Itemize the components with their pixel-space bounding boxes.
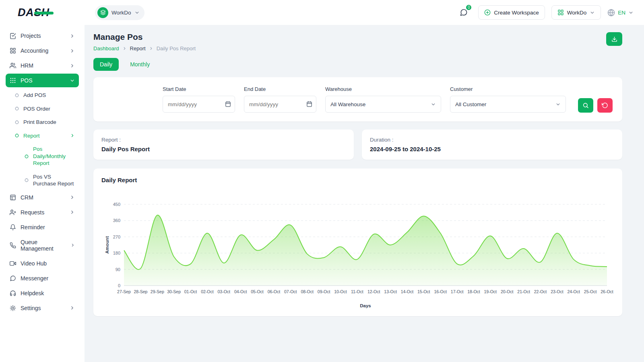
top-header: DASH WorkDo 0 Create Workspace WorkDo EN <box>0 0 644 25</box>
bullet-circle-icon <box>14 133 19 138</box>
pos-icon <box>10 77 16 84</box>
sidebar-item-label: Reminder <box>21 224 45 230</box>
sidebar-item-crm[interactable]: CRM <box>6 191 79 204</box>
end-date-field: End Date <box>244 86 316 113</box>
workspace-switcher[interactable]: WorkDo <box>95 5 144 20</box>
duration-summary-card: Duration : 2024-09-25 to 2024-10-25 <box>362 130 622 160</box>
start-date-label: Start Date <box>163 86 235 92</box>
reset-filter-button[interactable] <box>597 98 613 113</box>
svg-text:29-Sep: 29-Sep <box>151 289 164 294</box>
daily-report-chart: 09018027036045027-Sep28-Sep29-Sep30-Sep0… <box>101 198 614 311</box>
sidebar-item-video-hub[interactable]: Video Hub <box>6 257 79 270</box>
header-actions: 0 Create Workspace WorkDo EN <box>456 4 634 21</box>
sidebar-item-label: Pos VS Purchase Report <box>33 173 75 187</box>
breadcrumb-dashboard[interactable]: Dashboard <box>93 45 119 51</box>
sidebar-item-pos-daily-monthly-report[interactable]: Pos Daily/Monthly Report <box>20 142 79 170</box>
projects-icon <box>10 33 16 39</box>
bullet-circle-icon <box>14 106 19 111</box>
start-date-input[interactable] <box>163 96 235 113</box>
daily-report-card: Daily Report 09018027036045027-Sep28-Sep… <box>93 169 622 316</box>
duration-label: Duration : <box>370 137 614 143</box>
svg-text:Days: Days <box>360 303 371 308</box>
report-period-tabs: Daily Monthly <box>93 58 622 71</box>
warehouse-select[interactable]: All Warehouse <box>325 96 441 113</box>
search-button[interactable] <box>578 98 593 113</box>
breadcrumb-current: Daily Pos Report <box>157 45 196 51</box>
sidebar-item-hrm[interactable]: HRM <box>6 59 79 72</box>
sidebar-item-queue-management[interactable]: Queue Management <box>6 235 79 255</box>
video-hub-icon <box>10 260 16 267</box>
sidebar-item-requests[interactable]: Requests <box>6 206 79 219</box>
svg-text:03-Oct: 03-Oct <box>218 289 231 294</box>
chevron-right-icon <box>70 33 75 39</box>
svg-text:07-Oct: 07-Oct <box>284 289 297 294</box>
report-submenu: Pos Daily/Monthly Report Pos VS Purchase… <box>10 142 79 191</box>
pos-submenu: Add POS POS Order Print Barcode Report P… <box>6 88 79 191</box>
sidebar-item-settings[interactable]: Settings <box>6 301 79 315</box>
sidebar-item-helpdesk[interactable]: Helpdesk <box>6 286 79 300</box>
breadcrumb-report[interactable]: Report <box>130 45 146 51</box>
requests-icon <box>10 209 16 216</box>
sidebar-item-label: Projects <box>21 33 41 39</box>
hrm-icon <box>10 62 16 69</box>
report-summary-card: Report : Daily Pos Report <box>93 130 354 160</box>
sidebar-item-label: Queue Management <box>21 239 66 252</box>
tab-monthly[interactable]: Monthly <box>124 58 156 71</box>
sidebar-item-pos[interactable]: POS <box>6 74 79 87</box>
sidebar-item-add-pos[interactable]: Add POS <box>10 88 79 102</box>
language-selector[interactable]: EN <box>607 9 634 16</box>
sidebar-item-projects[interactable]: Projects <box>6 29 79 43</box>
page-header: Manage Pos Dashboard Report Daily Pos Re… <box>93 32 622 51</box>
chevron-right-icon <box>70 243 75 248</box>
warehouse-selected-value: All Warehouse <box>330 101 365 107</box>
settings-gear-icon <box>10 305 16 311</box>
chevron-right-icon <box>70 305 75 311</box>
account-menu-button[interactable]: WorkDo <box>551 5 601 20</box>
svg-text:Amount: Amount <box>105 236 109 254</box>
calendar-icon <box>306 101 312 107</box>
svg-text:05-Oct: 05-Oct <box>251 289 264 294</box>
bullet-circle-icon <box>24 178 29 183</box>
layers-icon <box>100 10 106 15</box>
svg-text:19-Oct: 19-Oct <box>484 289 497 294</box>
chevron-down-icon <box>590 10 595 15</box>
queue-management-icon <box>10 242 16 249</box>
sidebar: Projects Accounting HRM POS Add POS P <box>0 25 85 362</box>
sidebar-item-pos-vs-purchase-report[interactable]: Pos VS Purchase Report <box>20 170 79 191</box>
svg-text:12-Oct: 12-Oct <box>367 289 380 294</box>
chevron-down-icon <box>70 78 75 83</box>
sidebar-item-report[interactable]: Report <box>10 129 79 143</box>
dash-logo[interactable]: DASH <box>18 6 50 19</box>
calendar-icon <box>225 101 231 107</box>
tab-daily[interactable]: Daily <box>93 58 119 71</box>
messages-badge: 0 <box>465 4 472 11</box>
bullet-circle-icon <box>14 93 19 98</box>
sidebar-item-label: Report <box>23 132 40 140</box>
sidebar-item-reminder[interactable]: Reminder <box>6 220 79 234</box>
sidebar-item-print-barcode[interactable]: Print Barcode <box>10 115 79 129</box>
svg-text:90: 90 <box>116 267 120 272</box>
svg-text:28-Sep: 28-Sep <box>134 289 147 294</box>
svg-text:27-Sep: 27-Sep <box>117 289 131 294</box>
sidebar-item-label: Requests <box>21 209 44 216</box>
svg-text:22-Oct: 22-Oct <box>534 289 547 294</box>
sidebar-item-messenger[interactable]: Messenger <box>6 272 79 285</box>
sidebar-item-label: CRM <box>21 194 33 201</box>
customer-select[interactable]: All Customer <box>450 96 566 113</box>
end-date-input[interactable] <box>244 96 316 113</box>
chevron-down-icon <box>134 10 140 15</box>
chevron-down-icon <box>555 102 561 107</box>
messages-button[interactable]: 0 <box>456 4 472 21</box>
search-icon <box>582 102 589 109</box>
helpdesk-icon <box>10 290 16 296</box>
sidebar-item-accounting[interactable]: Accounting <box>6 44 79 58</box>
svg-text:08-Oct: 08-Oct <box>301 289 314 294</box>
svg-text:02-Oct: 02-Oct <box>201 289 214 294</box>
create-workspace-button[interactable]: Create Workspace <box>478 5 545 20</box>
download-button[interactable] <box>606 32 622 46</box>
svg-text:20-Oct: 20-Oct <box>501 289 514 294</box>
filter-actions <box>578 98 613 113</box>
grid-icon <box>557 9 564 16</box>
report-value: Daily Pos Report <box>101 146 346 152</box>
sidebar-item-pos-order[interactable]: POS Order <box>10 102 79 116</box>
